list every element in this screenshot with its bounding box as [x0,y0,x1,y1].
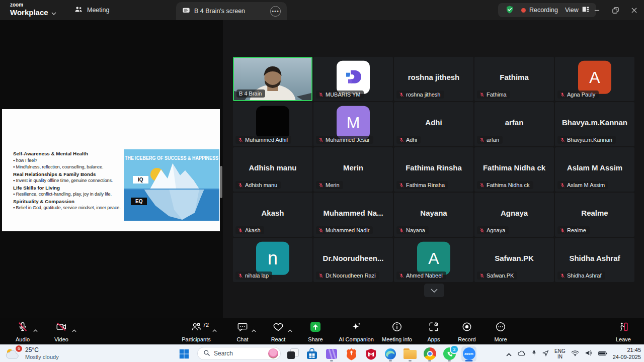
chrome-browser-icon[interactable] [422,346,437,361]
muted-mic-icon [399,273,404,279]
participant-tile[interactable]: FathimaFathima [474,57,554,101]
participant-tile[interactable]: Muhammed Na...Muhammed Nadir [313,193,393,237]
gallery-collapse-button[interactable] [424,284,444,297]
participant-tile[interactable]: AAgna Pauly [555,57,634,101]
participant-tile[interactable]: RealmeRealme [555,193,634,237]
weather-condition: Mostly cloudy [25,354,59,360]
weather-widget[interactable]: 6 25°C Mostly cloudy [5,346,59,360]
participant-name-label: Agna Pauly [557,90,599,99]
participant-tile[interactable]: Aslam M AssimAslam M Assim [555,147,634,192]
video-off-icon [55,321,67,333]
recording-indicator[interactable]: Recording [521,7,558,14]
close-button[interactable] [625,0,643,20]
toolbar-apps-button[interactable]: Apps [422,321,446,342]
battery-icon[interactable] [598,349,607,358]
toolbar-react-button[interactable]: React [266,321,291,342]
taskbar-app-icons: 2zoom [285,346,476,361]
mic-off-icon [17,321,28,333]
participant-tile[interactable]: MerinMerin [313,147,393,192]
chevron-down-icon[interactable] [51,8,56,17]
participant-tile[interactable]: Safwan.PKSafwan.PK [474,238,554,282]
microsoft-store-icon[interactable] [304,346,319,361]
participant-tile[interactable]: AdhiAdhi [394,102,473,146]
toolbar-more-button[interactable]: More [488,321,513,342]
zoom-workplace-logo[interactable]: zoom Workplace [10,3,48,16]
muted-mic-icon [238,137,243,143]
chevron-up-icon[interactable] [288,325,292,334]
edge-browser-icon[interactable] [383,346,398,361]
brave-browser-icon[interactable] [344,346,359,361]
participant-tile[interactable]: NayanaNayana [394,193,473,237]
participant-tile[interactable]: MUBARIS YM [313,57,393,101]
tab-options-ellipsis-icon[interactable]: ••• [270,6,281,17]
participant-tile[interactable]: nnihala lap [233,238,312,282]
taskbar-search-box[interactable]: Search [197,347,281,360]
participant-name-label: Fathima [477,90,510,99]
participant-tile[interactable]: Fathima RinshaFathima Rinsha [394,147,473,192]
participant-tile[interactable]: AkashAkash [233,193,312,237]
tab-meeting[interactable]: Meeting [74,0,109,20]
participant-tile[interactable]: roshna jitheshroshna jithesh [394,57,473,101]
zoom-app-icon[interactable]: zoom [461,346,476,361]
onedrive-cloud-icon[interactable] [517,349,526,358]
participant-tile[interactable]: MMuhammed Jesar [313,102,393,146]
tray-chevron-up-icon[interactable] [506,349,512,358]
media-app-purple-icon[interactable] [324,346,339,361]
participant-name-label: Dr.Noorudheen Razi [316,272,379,280]
toolbar-record-button[interactable]: Record [454,321,480,342]
participant-name-text: Bhavya.m.Kannan [567,137,612,143]
chevron-up-icon[interactable] [72,325,76,334]
leave-icon [618,321,629,333]
participant-tile[interactable]: AAhmed Nabeel [394,238,473,282]
participant-tile[interactable]: Shidha AshrafShidha Ashraf [555,238,634,282]
participant-gallery: B 4 BrainMUBARIS YMroshna jitheshroshna … [223,20,644,318]
toolbar-label: Video [54,336,68,342]
participant-name-text: MUBARIS YM [326,92,360,98]
taskbar-clock[interactable]: 21:45 24-09-2025 [613,347,641,360]
windows-start-button[interactable] [178,348,190,360]
chevron-up-icon[interactable] [252,325,256,334]
antivirus-shield-icon[interactable] [363,346,378,361]
participant-tile[interactable]: Adhish manuAdhish manu [233,147,312,192]
muted-mic-icon [560,228,565,233]
search-daily-image[interactable] [268,348,278,358]
chevron-up-icon[interactable] [212,325,217,334]
task-view-icon[interactable] [285,346,300,361]
view-button[interactable]: View [565,6,589,14]
participant-tile[interactable]: B 4 Brain [233,57,312,101]
participant-grid: B 4 BrainMUBARIS YMroshna jitheshroshna … [233,57,634,282]
muted-mic-icon [399,92,404,98]
toolbar-share-button[interactable]: Share [302,321,329,342]
whatsapp-icon[interactable]: 2 [442,346,457,361]
shared-screen-scrollbar[interactable] [220,166,222,198]
toolbar-leave-button[interactable]: Leave [610,321,636,342]
toolbar-meeting-info-button[interactable]: Meeting info [378,321,416,342]
tab-shared-screen[interactable]: B 4 Brain's screen ••• [176,2,287,20]
weather-temperature: 25°C [25,346,59,353]
participant-name-label: Muhammed Jesar [316,136,373,144]
participant-tile[interactable]: Bhavya.m.KannanBhavya.m.Kannan [555,102,634,146]
participant-tile[interactable]: AgnayaAgnaya [474,193,554,237]
restore-button[interactable] [606,0,625,20]
toolbar-chat-button[interactable]: Chat [230,321,255,342]
participant-tile[interactable]: Dr.Noorudheen...Dr.Noorudheen Razi [313,238,393,282]
participant-tile[interactable]: arfanarfan [474,102,554,146]
clock-date: 24-09-2025 [613,354,641,361]
more-icon [495,321,506,333]
toolbar-video-button[interactable]: Video [48,321,75,342]
toolbar-ai-companion-button[interactable]: AI Companion [336,321,376,342]
toolbar-participants-button[interactable]: 72Participants [177,321,215,342]
participant-name-text: Adhish manu [245,182,277,188]
security-shield-icon[interactable] [505,5,514,16]
participant-tile[interactable]: Fathima Nidha ckFathima Nidha ck [474,147,554,192]
chevron-up-icon[interactable] [33,325,38,334]
volume-icon[interactable] [585,349,593,358]
tray-mic-icon[interactable] [531,349,537,358]
location-arrow-icon[interactable] [542,349,549,358]
file-explorer-icon[interactable] [403,346,418,361]
wifi-icon[interactable] [571,349,579,358]
minimize-button[interactable] [588,0,606,20]
participant-tile[interactable]: Muhammed Adhil [233,102,312,146]
language-indicator[interactable]: ENG IN [554,348,566,359]
toolbar-audio-button[interactable]: Audio [9,321,36,342]
